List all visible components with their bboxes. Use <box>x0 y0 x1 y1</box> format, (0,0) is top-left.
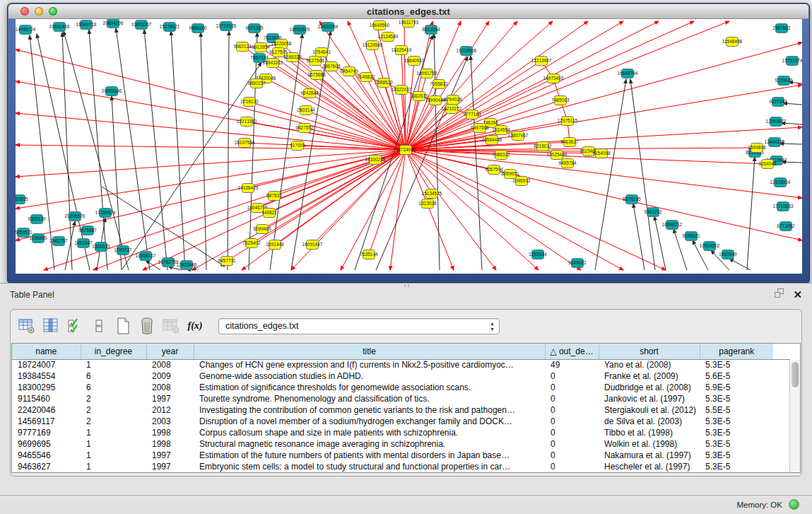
graph-node[interactable]: 10924502 <box>700 242 720 251</box>
graph-node[interactable]: 9457791 <box>218 257 236 266</box>
close-panel-icon[interactable]: ✕ <box>793 289 802 300</box>
column-header[interactable]: △ out_de… <box>545 344 599 359</box>
table-row[interactable]: 946554611997Estimation of the future num… <box>12 450 790 461</box>
graph-node[interactable]: 1292344 <box>529 250 547 259</box>
graph-node[interactable]: 16046212 <box>662 221 683 230</box>
graph-node[interactable]: 9127508 <box>306 57 324 66</box>
graph-node[interactable]: 15124549 <box>363 41 383 50</box>
graph-node[interactable]: 10719155 <box>216 22 237 31</box>
table-row[interactable]: 946362711997Embryonic stem cells: a mode… <box>12 461 790 472</box>
zoom-window-button[interactable] <box>49 7 57 16</box>
graph-node[interactable]: 7485063 <box>551 96 570 105</box>
graph-node[interactable]: 9245021 <box>682 232 700 241</box>
graph-node[interactable]: 1451947 <box>74 239 93 248</box>
graph-node[interactable]: 449822 <box>261 209 277 218</box>
graph-node[interactable]: 16649500 <box>370 21 390 30</box>
graph-node[interactable]: 9466160 <box>189 24 207 33</box>
column-header[interactable]: in_degree <box>81 344 146 359</box>
graph-node[interactable]: 16091447 <box>302 240 323 250</box>
graph-node[interactable]: 10025488 <box>547 151 567 160</box>
graph-node[interactable]: 9427552 <box>295 124 314 133</box>
table-row[interactable]: 969969511998Structural magnetic resonanc… <box>12 438 790 450</box>
scrollbar-thumb[interactable] <box>792 362 799 387</box>
table-column-icon[interactable] <box>40 316 61 336</box>
rows-icon[interactable] <box>88 316 110 336</box>
graph-node[interactable]: 20053346 <box>102 87 122 96</box>
graph-node[interactable]: 20206576 <box>65 212 86 221</box>
graph-node[interactable]: 12923446 <box>177 261 197 270</box>
table-select[interactable]: citations_edges.txt ▲▼ <box>218 318 500 334</box>
graph-node[interactable]: 2687682 <box>772 24 791 33</box>
float-panel-icon[interactable] <box>775 288 784 300</box>
table-row[interactable]: 977716911998Corpus callosum shape and si… <box>12 427 790 438</box>
graph-node[interactable]: 16648784 <box>618 69 638 78</box>
graph-node[interactable]: 9975887 <box>78 226 97 235</box>
graph-node[interactable]: 1156869 <box>30 234 47 243</box>
graph-node[interactable]: 9671355 <box>245 24 264 33</box>
graph-node[interactable]: 16053809 <box>290 25 310 35</box>
graph-node[interactable]: 9341212 <box>644 208 662 217</box>
column-header[interactable]: name <box>12 344 81 359</box>
graph-node[interactable]: 12975115 <box>558 117 578 126</box>
table-row[interactable]: 911546021997Tourette syndrome. Phenomeno… <box>12 393 790 404</box>
graph-node[interactable]: 1313028 <box>418 199 437 209</box>
graph-node[interactable]: 15751074 <box>782 57 802 66</box>
graph-node[interactable]: 587833 <box>266 192 282 201</box>
graph-node[interactable]: 12124549 <box>378 33 399 42</box>
graph-node[interactable]: 8912954 <box>252 43 270 52</box>
graph-node[interactable]: 9129946 <box>775 76 793 86</box>
new-table-icon[interactable] <box>112 316 134 336</box>
graph-node[interactable]: 9305139 <box>28 215 46 224</box>
vertical-scrollbar[interactable] <box>789 360 800 472</box>
graph-node[interactable]: 17710533 <box>773 202 794 211</box>
graph-node[interactable]: 1362615 <box>410 92 428 101</box>
graph-node[interactable]: 15276021 <box>160 23 180 32</box>
graph-node[interactable]: 1599808 <box>748 144 766 153</box>
table-row[interactable]: 1830029562008Estimation of significance … <box>12 382 790 393</box>
table-row[interactable]: 1456911722003Disruption of a novel membe… <box>12 416 790 427</box>
column-header[interactable]: pagerank <box>700 344 773 359</box>
table-header-row[interactable]: namein_degreeyeartitle△ out_de…shortpage… <box>12 344 790 359</box>
minimize-window-button[interactable] <box>35 7 43 16</box>
graph-node[interactable]: 19218506 <box>457 47 477 56</box>
graph-node[interactable]: 2942757 <box>49 237 68 246</box>
graph-node[interactable]: 18325419 <box>392 46 412 55</box>
graph-node[interactable]: 12103054 <box>770 178 791 187</box>
graph-node[interactable]: 10653267 <box>131 21 152 30</box>
graph-node[interactable]: 9227343 <box>769 98 787 107</box>
graph-node[interactable]: 1350515 <box>92 243 110 252</box>
graph-node[interactable]: 12093872 <box>766 117 787 127</box>
close-window-button[interactable] <box>20 7 29 16</box>
graph-node[interactable]: 8813054 <box>422 25 440 35</box>
graph-node[interactable]: 7955812 <box>430 80 448 89</box>
graph-node[interactable]: 14055724 <box>16 25 36 35</box>
table-settings-icon[interactable] <box>16 316 37 336</box>
graph-node[interactable]: 20691406 <box>49 23 70 32</box>
memory-ok-icon[interactable] <box>789 499 799 510</box>
graph-node[interactable]: 9127505 <box>269 48 288 57</box>
graph-node[interactable]: 2867608 <box>322 62 341 71</box>
graph-node[interactable]: 16782759 <box>158 258 179 267</box>
graph-node[interactable]: 11548498 <box>722 37 743 47</box>
table-row[interactable]: 1938455462009Genome-wide association stu… <box>12 370 790 382</box>
graph-node[interactable]: 9357594 <box>485 165 503 175</box>
graph-node[interactable]: 2718120 <box>240 98 259 107</box>
graph-node[interactable]: 9245022 <box>568 259 587 268</box>
network-view-canvas[interactable]: 1405572420691406180497182089410610653267… <box>16 19 802 274</box>
panel-resize-handle[interactable] <box>404 284 409 287</box>
select-columns-icon[interactable] <box>64 316 86 336</box>
graph-node[interactable]: 917008 <box>290 141 305 151</box>
function-builder-icon[interactable]: f(x) <box>184 316 206 336</box>
graph-node[interactable]: 16640910 <box>404 57 425 66</box>
column-header[interactable]: year <box>146 344 194 359</box>
graph-node[interactable]: 12444195 <box>765 138 785 147</box>
table-row[interactable]: 2242004622012Investigating the contribut… <box>12 404 790 416</box>
graph-node[interactable]: 2560505 <box>16 195 28 204</box>
graph-node[interactable]: 9463627 <box>560 138 579 147</box>
table-row[interactable]: 1872400712008Changes of HCN gene express… <box>12 359 790 370</box>
window-titlebar[interactable]: citations_edges.txt <box>8 4 808 19</box>
graph-node[interactable]: 18049718 <box>76 21 97 30</box>
graph-node[interactable]: 9154098 <box>592 149 611 158</box>
graph-node[interactable]: 1592449 <box>719 250 737 259</box>
graph-node[interactable]: 7625402 <box>242 239 261 248</box>
